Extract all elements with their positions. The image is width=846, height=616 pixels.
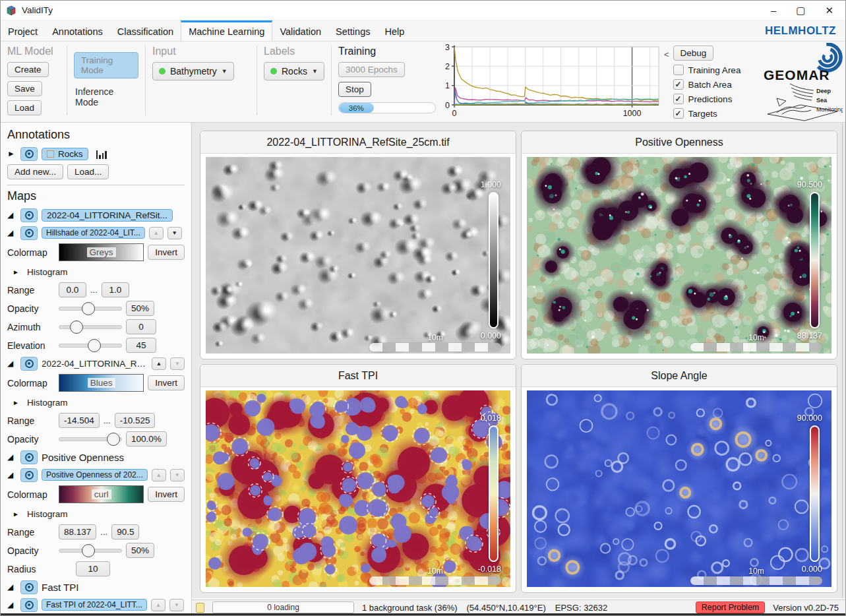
layer2-visibility-button[interactable] (20, 357, 38, 371)
move-layer-down-button[interactable]: ▼ (170, 469, 185, 481)
menu-help[interactable]: Help (377, 20, 411, 41)
histogram-expand-icon[interactable]: ► (13, 268, 22, 276)
layer-expand-icon[interactable]: ◢ (7, 359, 16, 368)
load-model-button[interactable]: Load (7, 100, 42, 115)
menu-machine-learning[interactable]: Machine Learning (181, 20, 272, 41)
svg-text:0: 0 (452, 109, 457, 118)
overlay-predictions[interactable]: ✓ Predictions (673, 94, 743, 104)
create-model-button[interactable]: Create (7, 62, 49, 77)
fasttpi-group-label[interactable]: Fast TPI (42, 582, 78, 593)
colormap-select-blues[interactable]: Blues (59, 374, 144, 392)
save-model-button[interactable]: Save (7, 81, 42, 96)
colorbar (489, 192, 499, 328)
histogram-expand-icon[interactable]: ► (13, 510, 22, 518)
layer-expand-icon[interactable]: ◢ (7, 228, 16, 237)
annotation-expand-icon[interactable]: ► (7, 149, 16, 158)
report-problem-button[interactable]: Report Problem (696, 601, 766, 613)
layer-expand-icon[interactable]: ◢ (7, 582, 16, 592)
layer1-visibility-button[interactable] (20, 208, 38, 222)
move-layer-up-button[interactable]: ▲ (152, 469, 166, 481)
invert-colormap-button[interactable]: Invert (148, 487, 185, 502)
opacity-value-field[interactable]: 50% (126, 301, 154, 316)
range-max-field[interactable]: 1.0 (102, 282, 129, 297)
layer1-item[interactable]: 2022-04_LITTORINA_RefSit... (42, 209, 173, 222)
add-annotation-button[interactable]: Add new... (7, 164, 63, 179)
hillshade-map-view[interactable] (206, 157, 510, 354)
layer2-item[interactable]: 2022-04_LITTORINA_RefSit... (42, 359, 148, 369)
move-layer-up-button[interactable]: ▲ (151, 599, 166, 611)
overlay-training-area[interactable]: ✓ Training Area (673, 65, 743, 75)
range-max-field[interactable]: -10.525 (115, 413, 156, 428)
colormap-label: Colormap (7, 378, 55, 388)
layer-expand-icon[interactable]: ◢ (7, 600, 16, 609)
training-mode-button[interactable]: Training Mode (74, 52, 138, 78)
elevation-slider[interactable] (59, 338, 122, 353)
histogram-expand-icon[interactable]: ► (13, 399, 22, 406)
move-layer-up-button[interactable]: ▲ (152, 357, 166, 370)
slope-map-view[interactable] (527, 390, 831, 587)
openness-map-view[interactable] (527, 157, 831, 354)
menu-classification[interactable]: Classification (110, 20, 181, 41)
menu-project[interactable]: Project (1, 20, 45, 41)
fasttpi-group-visibility-button[interactable] (20, 580, 38, 594)
move-layer-up-button[interactable]: ▲ (149, 227, 164, 239)
hillshade-layer-item[interactable]: Hillshade of 2022-04_LIT... (42, 227, 145, 239)
checkbox-training-area[interactable]: ✓ (673, 65, 684, 75)
debug-button[interactable]: Debug (673, 46, 714, 61)
layer-expand-icon[interactable]: ◢ (7, 210, 16, 220)
stop-button[interactable]: Stop (338, 82, 371, 97)
maximize-button[interactable]: ▢ (796, 1, 805, 20)
layer3-visibility-button[interactable] (20, 468, 38, 482)
move-layer-down-button[interactable]: ▼ (169, 599, 184, 611)
opacity-slider[interactable] (59, 543, 122, 558)
splitter[interactable] (842, 123, 843, 598)
invert-colormap-button[interactable]: Invert (148, 375, 185, 390)
layer-expand-icon[interactable]: ◢ (7, 470, 16, 479)
training-chart[interactable]: 012301000 (440, 43, 663, 121)
labels-dropdown[interactable]: Rocks ▼ (264, 62, 324, 80)
azimuth-slider[interactable] (59, 320, 122, 334)
fast-tpi-map-view[interactable] (206, 390, 510, 587)
opacity-slider[interactable] (59, 301, 122, 316)
azimuth-value-field[interactable]: 0 (126, 319, 156, 334)
colormap-select-greys[interactable]: Greys (59, 243, 144, 261)
menu-annotations[interactable]: Annotations (45, 20, 110, 41)
hillshade-visibility-button[interactable] (20, 226, 38, 240)
checkbox-predictions[interactable]: ✓ (673, 94, 684, 104)
range-min-field[interactable]: 88.137 (59, 524, 96, 539)
checkbox-targets[interactable]: ✓ (673, 108, 684, 119)
collapse-panel-icon[interactable]: < (663, 42, 671, 59)
layer3-item[interactable]: Positive Openness of 202... (42, 469, 148, 481)
colormap-select-curl[interactable]: curl (59, 485, 144, 503)
layer4-item[interactable]: Fast TPI of 2022-04_LITT... (42, 599, 147, 611)
histogram-icon[interactable] (96, 149, 107, 159)
range-min-field[interactable]: 0.0 (59, 282, 86, 297)
elevation-value-field[interactable]: 45 (126, 338, 156, 353)
checkbox-batch-area[interactable]: ✓ (673, 79, 684, 90)
input-dropdown[interactable]: Bathymetry ▼ (152, 62, 234, 80)
load-annotation-button[interactable]: Load... (67, 164, 109, 179)
opacity-value-field[interactable]: 100.0% (126, 431, 167, 447)
layer4-visibility-button[interactable] (20, 598, 38, 612)
annotation-visibility-button[interactable] (20, 147, 38, 161)
menu-validation[interactable]: Validation (272, 20, 328, 41)
overlay-targets[interactable]: ✓ Targets (673, 108, 743, 119)
range-min-field[interactable]: -14.504 (59, 413, 100, 428)
openness-group-visibility-button[interactable] (20, 450, 38, 464)
overlay-batch-area[interactable]: ✓ Batch Area (673, 79, 743, 90)
opacity-slider[interactable] (59, 432, 122, 447)
invert-colormap-button[interactable]: Invert (148, 245, 185, 260)
move-layer-down-button[interactable]: ▼ (167, 227, 182, 239)
layer-expand-icon[interactable]: ◢ (7, 452, 16, 462)
openness-group-label[interactable]: Positive Openness (42, 452, 124, 463)
close-button[interactable]: ✕ (825, 1, 833, 20)
annotation-rocks-item[interactable]: Rocks (42, 148, 88, 160)
menu-settings[interactable]: Settings (328, 20, 377, 41)
range-max-field[interactable]: 90.5 (111, 524, 139, 539)
inference-mode-button[interactable]: Inference Mode (74, 86, 138, 108)
opacity-value-field[interactable]: 50% (126, 543, 154, 558)
radius-value-field[interactable]: 10 (76, 561, 110, 576)
epochs-field[interactable]: 3000 Epochs (338, 62, 405, 77)
move-layer-down-button[interactable]: ▼ (170, 357, 185, 370)
minimize-button[interactable]: – (771, 1, 776, 20)
